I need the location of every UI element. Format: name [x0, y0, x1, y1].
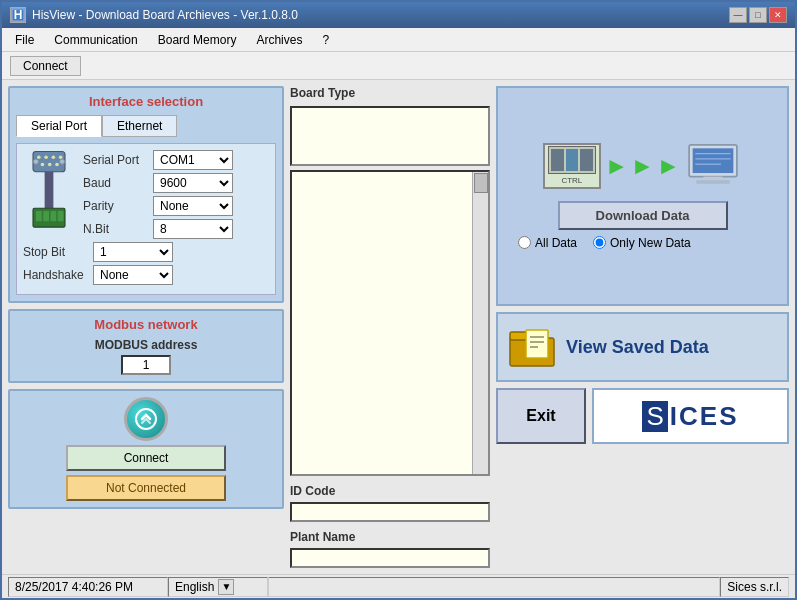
modbus-address-label: MODBUS address	[16, 338, 276, 352]
serial-port-icon	[23, 150, 75, 233]
download-data-button[interactable]: Download Data	[558, 201, 728, 230]
svg-point-8	[48, 163, 52, 167]
serial-port-label: Serial Port	[83, 153, 153, 167]
menu-file[interactable]: File	[6, 30, 43, 49]
status-empty	[268, 577, 720, 597]
modbus-title: Modbus network	[16, 317, 276, 332]
svg-rect-22	[696, 180, 730, 184]
svg-rect-15	[43, 211, 49, 221]
main-window: H HisView - Download Board Archieves - V…	[0, 0, 797, 600]
svg-rect-20	[693, 148, 734, 173]
title-bar-left: H HisView - Download Board Archieves - V…	[10, 7, 298, 23]
parity-select[interactable]: NoneEvenOdd	[153, 196, 233, 216]
modbus-address-input[interactable]: 1	[121, 355, 171, 375]
computer-icon	[684, 143, 742, 189]
not-connected-status: Not Connected	[66, 475, 226, 501]
id-code-input[interactable]	[290, 502, 490, 522]
board-info-area	[290, 170, 490, 476]
bottom-row: Exit S ICES	[496, 388, 789, 444]
sices-logo: S ICES	[592, 388, 789, 444]
handshake-row: Handshake NoneXOn/XOffRTS	[23, 265, 269, 285]
tab-serial-port[interactable]: Serial Port	[16, 115, 102, 137]
download-animation: CTRL ► ► ►	[543, 143, 742, 189]
title-bar: H HisView - Download Board Archieves - V…	[2, 2, 795, 28]
scroll-thumb[interactable]	[474, 173, 488, 193]
view-saved-label: View Saved Data	[566, 337, 709, 358]
menu-help[interactable]: ?	[313, 30, 338, 49]
sices-s-letter: S	[642, 401, 667, 432]
language-dropdown[interactable]: ▼	[218, 579, 234, 595]
svg-rect-21	[703, 176, 722, 180]
svg-point-6	[59, 155, 63, 159]
new-data-option[interactable]: Only New Data	[593, 236, 691, 250]
nbit-label: N.Bit	[83, 222, 153, 236]
device-icon: CTRL	[543, 143, 601, 189]
maximize-button[interactable]: □	[749, 7, 767, 23]
scroll-bar[interactable]	[472, 172, 488, 474]
new-data-label: Only New Data	[610, 236, 691, 250]
svg-rect-16	[50, 211, 56, 221]
app-icon: H	[10, 7, 26, 23]
menu-board-memory[interactable]: Board Memory	[149, 30, 246, 49]
interface-selection-box: Interface selection Serial Port Ethernet	[8, 86, 284, 303]
svg-point-11	[60, 159, 65, 164]
title-buttons: — □ ✕	[729, 7, 787, 23]
download-section: CTRL ► ► ►	[496, 86, 789, 306]
tab-ethernet[interactable]: Ethernet	[102, 115, 177, 137]
menu-archives[interactable]: Archives	[247, 30, 311, 49]
svg-rect-17	[58, 211, 64, 221]
plant-name-label: Plant Name	[290, 530, 490, 544]
all-data-radio[interactable]	[518, 236, 531, 249]
minimize-button[interactable]: —	[729, 7, 747, 23]
plant-name-input[interactable]	[290, 548, 490, 568]
left-panel: Interface selection Serial Port Ethernet	[8, 86, 284, 568]
close-button[interactable]: ✕	[769, 7, 787, 23]
view-saved-section[interactable]: View Saved Data	[496, 312, 789, 382]
menu-communication[interactable]: Communication	[45, 30, 146, 49]
svg-rect-14	[36, 211, 42, 221]
all-data-option[interactable]: All Data	[518, 236, 577, 250]
svg-point-9	[55, 163, 59, 167]
status-company: Sices s.r.l.	[720, 577, 789, 597]
baud-label: Baud	[83, 176, 153, 190]
connect-button[interactable]: Connect	[66, 445, 226, 471]
serial-port-select[interactable]: COM1COM2COM3	[153, 150, 233, 170]
nbit-row: N.Bit 87	[83, 219, 269, 239]
board-type-display	[290, 106, 490, 166]
sices-rest-text: ICES	[670, 401, 739, 432]
svg-rect-28	[526, 330, 548, 358]
window-title: HisView - Download Board Archieves - Ver…	[32, 8, 298, 22]
connect-toolbar-button[interactable]: Connect	[10, 56, 81, 76]
svg-point-7	[41, 163, 45, 167]
status-language-label: English	[175, 580, 214, 594]
stopbit-row: Stop Bit 12	[23, 242, 269, 262]
id-code-label: ID Code	[290, 484, 490, 498]
connect-icon	[124, 397, 168, 441]
tab-group: Serial Port Ethernet	[16, 115, 276, 137]
status-bar: 8/25/2017 4:40:26 PM English ▼ Sices s.r…	[2, 574, 795, 598]
stopbit-select[interactable]: 12	[93, 242, 173, 262]
serial-content: Serial Port COM1COM2COM3 Baud 9600192003…	[16, 143, 276, 295]
exit-button[interactable]: Exit	[496, 388, 586, 444]
svg-text:H: H	[14, 8, 23, 22]
new-data-radio[interactable]	[593, 236, 606, 249]
handshake-select[interactable]: NoneXOn/XOffRTS	[93, 265, 173, 285]
menu-bar: File Communication Board Memory Archives…	[2, 28, 795, 52]
view-saved-icon	[508, 322, 556, 373]
right-panel: CTRL ► ► ►	[496, 86, 789, 568]
middle-panel: Board Type ID Code Plant Name	[290, 86, 490, 568]
svg-point-5	[52, 155, 56, 159]
svg-point-10	[33, 159, 38, 164]
status-datetime: 8/25/2017 4:40:26 PM	[8, 577, 168, 597]
baud-select[interactable]: 96001920038400	[153, 173, 233, 193]
status-language-section: English ▼	[168, 577, 268, 597]
nbit-select[interactable]: 87	[153, 219, 233, 239]
baud-row: Baud 96001920038400	[83, 173, 269, 193]
svg-rect-12	[45, 172, 54, 208]
main-content: Interface selection Serial Port Ethernet	[2, 80, 795, 574]
parity-row: Parity NoneEvenOdd	[83, 196, 269, 216]
connect-section: Connect Not Connected	[8, 389, 284, 509]
svg-point-4	[44, 155, 48, 159]
interface-title: Interface selection	[16, 94, 276, 109]
parity-label: Parity	[83, 199, 153, 213]
